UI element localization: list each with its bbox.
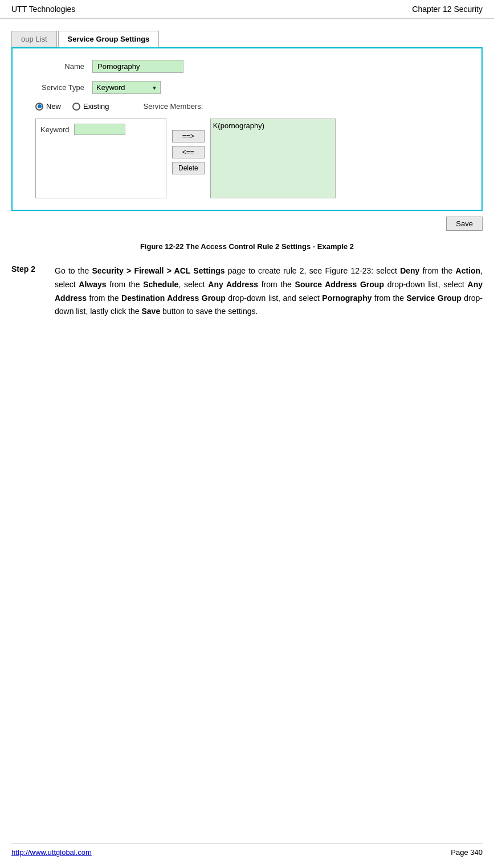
- service-type-select-wrapper: Keyword: [92, 81, 161, 94]
- service-type-select[interactable]: Keyword: [92, 81, 161, 94]
- save-button[interactable]: Save: [446, 217, 483, 231]
- name-label: Name: [24, 62, 92, 71]
- arrow-buttons: ==> <== Delete: [172, 119, 205, 174]
- figure-caption: Figure 12-22 The Access Control Rule 2 S…: [11, 242, 483, 251]
- member-item: K(pornography): [213, 121, 333, 130]
- delete-button[interactable]: Delete: [172, 162, 205, 174]
- radio-existing-circle: [72, 103, 80, 111]
- name-row: Name: [24, 60, 470, 73]
- footer-page: Page 340: [451, 848, 483, 857]
- settings-panel: Name Service Type Keyword New Existing S…: [11, 47, 483, 211]
- service-type-label: Service Type: [24, 83, 92, 92]
- keyword-label: Keyword: [40, 125, 70, 134]
- service-members-label: Service Members:: [144, 102, 203, 111]
- name-input[interactable]: [92, 60, 183, 73]
- save-row: Save: [11, 217, 483, 231]
- add-button[interactable]: ==>: [172, 130, 205, 142]
- step-section: Step 2 Go to the Security > Firewall > A…: [11, 264, 483, 319]
- remove-button[interactable]: <==: [172, 146, 205, 158]
- tabs-bar: oup List Service Group Settings: [11, 30, 483, 47]
- footer-url[interactable]: http://www.uttglobal.com: [11, 848, 92, 857]
- left-list-box: Keyword: [35, 119, 166, 198]
- member-area: Keyword ==> <== Delete K(pornography): [24, 119, 470, 198]
- right-list-box: K(pornography): [210, 119, 336, 198]
- radio-group: New Existing: [35, 102, 109, 111]
- header-left: UTT Technologies: [11, 5, 75, 14]
- page-header: UTT Technologies Chapter 12 Security: [0, 0, 494, 19]
- step-text: Go to the Security > Firewall > ACL Sett…: [55, 264, 483, 319]
- radio-existing[interactable]: Existing: [72, 102, 109, 111]
- page-footer: http://www.uttglobal.com Page 340: [11, 843, 483, 857]
- service-type-row: Service Type Keyword: [24, 81, 470, 94]
- header-right: Chapter 12 Security: [412, 5, 483, 14]
- tab-group-list[interactable]: oup List: [11, 31, 57, 47]
- keyword-input[interactable]: [74, 124, 125, 135]
- radio-new[interactable]: New: [35, 102, 61, 111]
- tab-service-group-settings[interactable]: Service Group Settings: [58, 31, 160, 47]
- radio-members-row: New Existing Service Members:: [24, 102, 470, 111]
- keyword-row: Keyword: [38, 121, 164, 137]
- radio-new-circle: [35, 103, 43, 111]
- step-label: Step 2: [11, 264, 46, 319]
